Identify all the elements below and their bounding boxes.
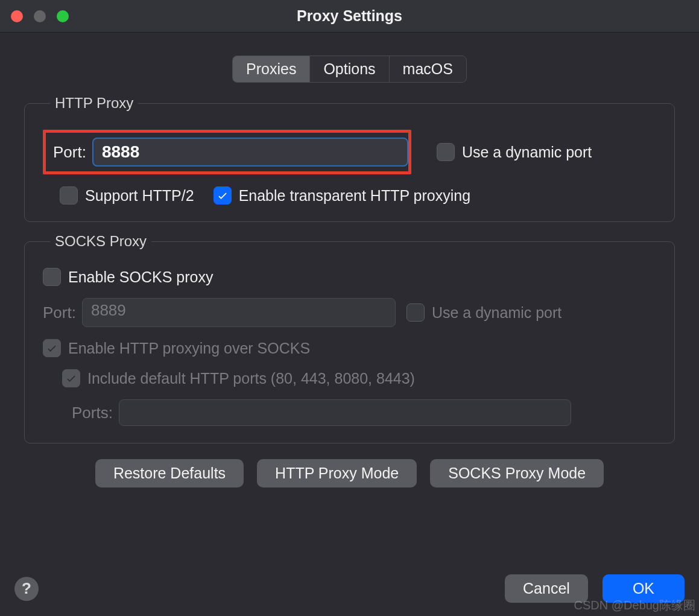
support-http2-label: Support HTTP/2 xyxy=(85,187,194,205)
footer: ? Cancel OK xyxy=(0,574,699,603)
ok-button[interactable]: OK xyxy=(603,574,685,603)
socks-port-label: Port: xyxy=(43,303,76,322)
zoom-window-button[interactable] xyxy=(57,10,69,22)
tab-proxies[interactable]: Proxies xyxy=(233,56,310,82)
socks-ports-label: Ports: xyxy=(72,404,113,422)
check-icon xyxy=(217,189,229,202)
enable-transparent-label: Enable transparent HTTP proxying xyxy=(239,187,470,205)
use-dynamic-port-checkbox[interactable] xyxy=(437,143,455,161)
content-area: Proxies Options macOS HTTP Proxy Port: U… xyxy=(0,33,699,487)
http-proxy-legend: HTTP Proxy xyxy=(50,95,138,112)
help-button[interactable]: ? xyxy=(14,577,39,601)
support-http2-checkbox[interactable] xyxy=(60,186,78,205)
socks-proxy-legend: SOCKS Proxy xyxy=(50,233,151,250)
http-proxy-section: HTTP Proxy Port: Use a dynamic port Supp… xyxy=(24,95,675,222)
tab-macos[interactable]: macOS xyxy=(390,56,466,82)
use-dynamic-port-label: Use a dynamic port xyxy=(462,144,592,161)
check-icon xyxy=(65,372,77,384)
http-proxy-mode-button[interactable]: HTTP Proxy Mode xyxy=(257,459,417,487)
enable-http-over-socks-label: Enable HTTP proxying over SOCKS xyxy=(68,340,310,357)
socks-ports-input[interactable] xyxy=(119,399,571,426)
enable-http-over-socks-checkbox[interactable] xyxy=(43,339,61,357)
include-default-ports-checkbox[interactable] xyxy=(62,369,80,387)
enable-transparent-checkbox[interactable] xyxy=(213,186,232,205)
socks-use-dynamic-port-label: Use a dynamic port xyxy=(432,304,561,322)
socks-proxy-mode-button[interactable]: SOCKS Proxy Mode xyxy=(430,459,604,487)
traffic-lights xyxy=(11,10,69,22)
tab-group: Proxies Options macOS xyxy=(232,56,467,83)
mode-buttons-row: Restore Defaults HTTP Proxy Mode SOCKS P… xyxy=(24,459,675,487)
socks-port-input[interactable]: 8889 xyxy=(82,298,396,327)
tab-options[interactable]: Options xyxy=(310,56,389,82)
socks-use-dynamic-port-checkbox[interactable] xyxy=(406,303,425,322)
restore-defaults-button[interactable]: Restore Defaults xyxy=(95,459,244,487)
port-highlight-box: Port: xyxy=(43,130,411,174)
minimize-window-button[interactable] xyxy=(34,10,46,22)
http-port-input[interactable] xyxy=(92,138,408,167)
check-icon xyxy=(46,342,58,354)
titlebar: Proxy Settings xyxy=(0,0,699,33)
window-title: Proxy Settings xyxy=(297,7,402,25)
http-port-label: Port: xyxy=(53,143,86,162)
include-default-ports-label: Include default HTTP ports (80, 443, 808… xyxy=(87,370,415,387)
enable-socks-checkbox[interactable] xyxy=(43,268,61,286)
enable-socks-label: Enable SOCKS proxy xyxy=(68,268,213,286)
socks-proxy-section: SOCKS Proxy Enable SOCKS proxy Port: 888… xyxy=(24,233,675,443)
tab-bar: Proxies Options macOS xyxy=(24,56,675,83)
cancel-button[interactable]: Cancel xyxy=(505,574,588,603)
close-window-button[interactable] xyxy=(11,10,23,22)
